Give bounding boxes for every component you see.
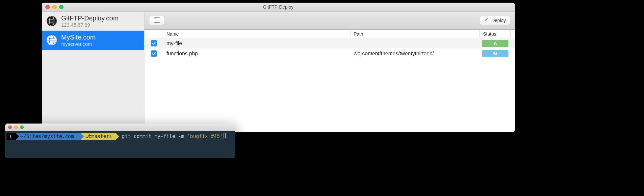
- status-badge: M: [482, 50, 508, 57]
- check-icon: [152, 51, 156, 56]
- branch-icon: ⎇: [85, 133, 91, 140]
- chevron-right-icon: [116, 133, 119, 140]
- sidebar-item-subtitle: myserver.com: [61, 41, 95, 47]
- app-window: GitFTP-Deploy GitFTP-Deploy.com 123.45.6…: [42, 3, 515, 132]
- sidebar-item-text: MySite.com myserver.com: [61, 34, 95, 47]
- close-button[interactable]: [45, 5, 50, 9]
- sidebar-item-title: MySite.com: [61, 34, 95, 41]
- sidebar-item-text: GitFTP-Deploy.com 123.45.67.89: [61, 14, 118, 28]
- command-string: 'bugfix #45': [187, 133, 223, 139]
- maximize-button[interactable]: [20, 126, 24, 129]
- svg-point-11: [155, 18, 156, 18]
- globe-icon: [46, 15, 57, 27]
- terminal-body[interactable]: ✝ ~/Sites/mysite.com ⎇master±git commit …: [5, 131, 235, 158]
- cell-name: my-file: [163, 41, 350, 46]
- view-mode-button[interactable]: [149, 16, 165, 25]
- table-row[interactable]: functions.php wp-content/themes/twentyth…: [144, 48, 515, 59]
- content-row: GitFTP-Deploy.com 123.45.67.89 MySite.co…: [42, 12, 515, 132]
- sidebar-item-gitftp-deploy[interactable]: GitFTP-Deploy.com 123.45.67.89: [42, 12, 144, 31]
- table-row[interactable]: my-file A: [144, 38, 515, 48]
- chevron-right-icon: [15, 133, 19, 140]
- th-status[interactable]: Status: [480, 30, 511, 38]
- cell-name: functions.php: [163, 51, 350, 57]
- prompt-cwd: ~/Sites/mysite.com: [20, 133, 74, 140]
- terminal-titlebar[interactable]: [5, 124, 235, 131]
- th-path[interactable]: Path: [350, 30, 480, 38]
- chevron-right-icon: [80, 133, 84, 140]
- traffic-lights: [42, 5, 64, 9]
- prompt-branch-segment: ⎇master±: [80, 133, 116, 140]
- window-icon: [154, 17, 160, 24]
- rocket-icon: [484, 17, 489, 24]
- deploy-button-label: Deploy: [491, 18, 506, 23]
- prompt-icon-segment: ✝: [7, 133, 15, 140]
- toolbar: Deploy: [144, 12, 515, 30]
- table-body: my-file A functions.php wp-content/theme…: [144, 38, 515, 132]
- globe-icon: [46, 35, 57, 46]
- table-header: Name Path Status: [144, 30, 515, 38]
- svg-point-10: [154, 18, 155, 18]
- prompt-symbol-icon: ✝: [9, 133, 12, 140]
- prompt-branch: master±: [91, 133, 112, 140]
- status-badge: A: [482, 40, 508, 47]
- th-name[interactable]: Name: [163, 30, 350, 38]
- main-area: Deploy Name Path Status my-file: [144, 12, 515, 132]
- sidebar-item-subtitle: 123.45.67.89: [61, 22, 118, 28]
- terminal-window: ✝ ~/Sites/mysite.com ⎇master±git commit …: [5, 124, 235, 158]
- minimize-button[interactable]: [52, 5, 57, 9]
- titlebar[interactable]: GitFTP-Deploy: [42, 3, 515, 12]
- sidebar-item-mysite[interactable]: MySite.com myserver.com: [42, 31, 144, 50]
- cell-path: wp-content/themes/twentythirteen/: [350, 51, 480, 57]
- sidebar-item-title: GitFTP-Deploy.com: [61, 14, 118, 22]
- row-checkbox[interactable]: [151, 40, 157, 46]
- check-icon: [152, 41, 156, 45]
- window-title: GitFTP-Deploy: [263, 4, 294, 10]
- terminal-cursor: [223, 133, 226, 138]
- minimize-button[interactable]: [14, 126, 18, 129]
- deploy-button[interactable]: Deploy: [480, 16, 510, 25]
- svg-point-12: [156, 18, 156, 18]
- command-text: git commit my-file -m: [122, 133, 187, 139]
- terminal-command: git commit my-file -m 'bugfix #45': [119, 133, 223, 140]
- th-check[interactable]: [144, 30, 163, 38]
- svg-point-13: [487, 19, 488, 19]
- close-button[interactable]: [8, 126, 12, 129]
- maximize-button[interactable]: [59, 5, 64, 9]
- sidebar: GitFTP-Deploy.com 123.45.67.89 MySite.co…: [42, 12, 144, 132]
- prompt-cwd-segment: ~/Sites/mysite.com: [15, 133, 80, 140]
- row-checkbox[interactable]: [151, 50, 157, 57]
